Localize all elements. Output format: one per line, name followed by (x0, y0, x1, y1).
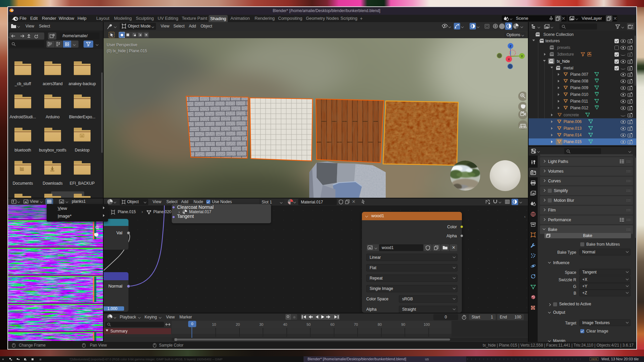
svg-text:Y: Y (521, 55, 523, 58)
svg-text:X: X (508, 58, 510, 61)
svg-text:Val: Val (116, 230, 122, 235)
svg-text:Normal: Normal (108, 284, 122, 289)
svg-text:1.000: 1.000 (107, 306, 117, 311)
svg-text:Z: Z (509, 45, 512, 48)
